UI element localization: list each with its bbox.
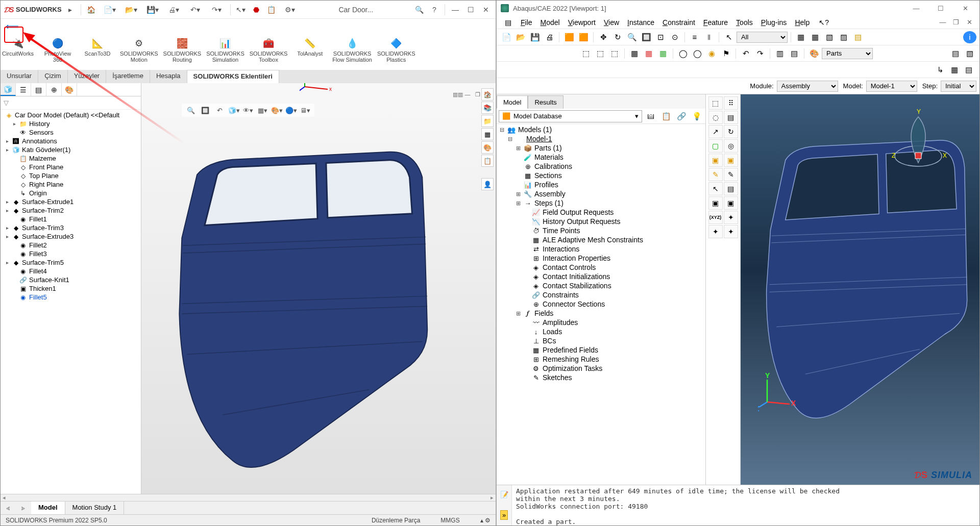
tree-fields[interactable]: ⊞𝒇Fields bbox=[497, 309, 705, 318]
tree-profiles[interactable]: 📊Profiles bbox=[497, 180, 705, 189]
ab-db1-icon[interactable]: 🟧 bbox=[562, 31, 576, 43]
ab-new-icon[interactable]: 📄 bbox=[500, 31, 513, 43]
tool-query-icon[interactable]: ↖ bbox=[708, 182, 723, 195]
tab-unsurlar[interactable]: Unsurlar bbox=[1, 70, 38, 83]
ab-orbit-icon[interactable]: ⊙ bbox=[668, 31, 681, 43]
menu-feature[interactable]: Feature bbox=[699, 17, 732, 28]
tool-axis1-icon[interactable]: ✦ bbox=[708, 225, 723, 238]
tree-models-1-[interactable]: ⊟👥Models (1) bbox=[497, 125, 705, 134]
addin-scanto3d[interactable]: 📐ScanTo3D bbox=[80, 36, 115, 70]
doc-restore-icon[interactable]: ❐ bbox=[473, 91, 482, 98]
search-icon[interactable]: 🔍 bbox=[412, 3, 426, 16]
tree-connector-sections[interactable]: ⊕Connector Sections bbox=[497, 299, 705, 309]
bt-arrow-left-icon[interactable]: ⪡ bbox=[1, 502, 16, 514]
ab-canvas[interactable]: Y Z X X Y Z 𝓓S SIMULIA bbox=[741, 94, 979, 485]
tab-solidworks eklentileri[interactable]: SOLIDWORKS Eklentileri bbox=[187, 70, 279, 83]
ab-tab-model[interactable]: Model bbox=[497, 95, 528, 109]
tool-edit1-icon[interactable]: ✎ bbox=[708, 168, 723, 181]
doc-minimize-icon[interactable]: — bbox=[463, 91, 472, 98]
menu-tools[interactable]: Tools bbox=[732, 17, 757, 28]
bottom-tab-model[interactable]: Model bbox=[31, 502, 65, 514]
ab-iso3-icon[interactable]: ⬚ bbox=[608, 47, 621, 60]
tool-edit2-icon[interactable]: ✎ bbox=[724, 168, 738, 181]
addin-photoview-360[interactable]: 🔵PhotoView360 bbox=[40, 36, 75, 70]
undo-icon[interactable]: ↶▾ bbox=[186, 3, 205, 16]
ft-tab-dimxpert[interactable]: ⊕ bbox=[46, 83, 62, 96]
feature-thicken1[interactable]: ▣Thicken1 bbox=[3, 284, 141, 293]
section-view-icon[interactable]: 🧊▾ bbox=[228, 105, 240, 116]
tree-bcs[interactable]: ⊥BCs bbox=[497, 336, 705, 345]
menu-model[interactable]: Model bbox=[536, 17, 564, 28]
step-combo[interactable]: Initial bbox=[941, 81, 976, 92]
ab-parts-combo[interactable]: Parts bbox=[822, 48, 873, 59]
tool-translate-icon[interactable]: ↗ bbox=[708, 125, 723, 138]
tool-datum1-icon[interactable]: ▣ bbox=[708, 196, 723, 210]
menu-view[interactable]: View bbox=[600, 17, 623, 28]
ab-mesh1-icon[interactable]: ▦ bbox=[628, 47, 641, 60]
minimize-icon[interactable]: — bbox=[449, 3, 462, 16]
tree-contact-initializations[interactable]: ◈Contact Initializations bbox=[497, 272, 705, 281]
help-icon[interactable]: ? bbox=[428, 3, 441, 16]
ab-minimize-icon[interactable]: — bbox=[906, 1, 926, 15]
ab-x2-icon[interactable]: ▦ bbox=[948, 64, 961, 76]
tool-instance-icon[interactable]: ⬚ bbox=[708, 96, 723, 110]
tree-materials[interactable]: 🧪Materials bbox=[497, 153, 705, 162]
prev-view-icon[interactable]: ↶ bbox=[213, 105, 226, 116]
ab-layer2-icon[interactable]: ▧ bbox=[963, 47, 976, 60]
tree-constraints[interactable]: 🔗Constraints bbox=[497, 290, 705, 299]
ab-m3-icon[interactable]: ▧ bbox=[823, 31, 836, 43]
tool-axis2-icon[interactable]: ✦ bbox=[724, 225, 738, 238]
tree-predefined-fields[interactable]: ▦Predefined Fields bbox=[497, 345, 705, 355]
ab-x1-icon[interactable]: ↳ bbox=[934, 64, 947, 76]
addin-solidworks-toolbox[interactable]: 🧰SOLIDWORKSToolbox bbox=[250, 36, 288, 70]
tool-xyz-icon[interactable]: (XYZ) bbox=[708, 211, 723, 224]
ab-color-icon[interactable]: 🎨 bbox=[807, 47, 821, 60]
db-bulb-icon[interactable]: 💡 bbox=[690, 110, 703, 122]
maximize-icon[interactable]: ☐ bbox=[464, 3, 477, 16]
scene-icon[interactable]: 🖥▾ bbox=[299, 105, 311, 116]
ab-m4-icon[interactable]: ▨ bbox=[837, 31, 850, 43]
redo-icon[interactable]: ↷▾ bbox=[207, 3, 227, 16]
ab-m1-icon[interactable]: ▦ bbox=[794, 31, 807, 43]
ab-fit-icon[interactable]: ⊡ bbox=[654, 31, 667, 43]
tp-custom-props-icon[interactable]: 📋 bbox=[481, 155, 494, 167]
ab-mdi-minimize-icon[interactable]: — bbox=[937, 17, 949, 28]
ab-open-icon[interactable]: 📂 bbox=[514, 31, 527, 43]
tool-datum2-icon[interactable]: ▣ bbox=[724, 196, 738, 210]
menu-viewport[interactable]: Viewport bbox=[564, 17, 600, 28]
feature-fillet3[interactable]: ◉Fillet3 bbox=[3, 249, 141, 258]
close-icon[interactable]: ✕ bbox=[479, 3, 493, 16]
console-note-icon[interactable]: 📝 bbox=[500, 491, 508, 498]
ft-tab-display[interactable]: 🎨 bbox=[62, 83, 77, 96]
ab-mdi-restore-icon[interactable]: ❐ bbox=[950, 17, 962, 28]
bottom-tab-motion[interactable]: Motion Study 1 bbox=[65, 502, 125, 514]
sw-expand-icon[interactable]: ▸ bbox=[64, 3, 77, 16]
ab-zoom-icon[interactable]: 🔍 bbox=[625, 31, 639, 43]
ab-c1-icon[interactable]: ◯ bbox=[676, 47, 690, 60]
feature-tree-root[interactable]: ◈ Car Door Model (Default) <<Default bbox=[3, 111, 141, 119]
ab-maximize-icon[interactable]: ☐ bbox=[930, 1, 951, 15]
scroll-left-icon[interactable]: ◂ bbox=[1, 494, 6, 501]
tab-hesapla[interactable]: Hesapla bbox=[150, 70, 187, 83]
ft-tab-config[interactable]: ▤ bbox=[31, 83, 46, 96]
addin-tolanalyst[interactable]: 📏TolAnalyst bbox=[292, 36, 327, 70]
feature-malzeme-belirli-de-il-[interactable]: 📋Malzeme bbox=[3, 154, 141, 163]
tree-assembly[interactable]: ⊞🔧Assembly bbox=[497, 189, 705, 198]
ab-tab-results[interactable]: Results bbox=[528, 95, 563, 109]
tp-appearances-icon[interactable]: 🎨 bbox=[481, 141, 494, 154]
tree-amplitudes[interactable]: 〰Amplitudes bbox=[497, 318, 705, 327]
ft-filter-row[interactable]: ▽ bbox=[1, 96, 141, 110]
ab-m2-icon[interactable]: ▦ bbox=[808, 31, 822, 43]
ab-select-filter[interactable]: All bbox=[737, 32, 788, 43]
tree-optimization-tasks[interactable]: ⚙Optimization Tasks bbox=[497, 364, 705, 373]
feature-kat-g-vdeler-1-[interactable]: ▸🧊Katı Gövdeler(1) bbox=[3, 145, 141, 154]
feature-surface-knit1[interactable]: 🔗Surface-Knit1 bbox=[3, 275, 141, 284]
db-link-icon[interactable]: 🔗 bbox=[675, 110, 688, 122]
tool-merge1-icon[interactable]: ▣ bbox=[708, 154, 723, 167]
tool-rotate-icon[interactable]: ↻ bbox=[724, 125, 738, 138]
tree-interaction-properties[interactable]: ⊞Interaction Properties bbox=[497, 254, 705, 263]
ab-save-icon[interactable]: 💾 bbox=[528, 31, 542, 43]
tab-çizim[interactable]: Çizim bbox=[38, 70, 68, 83]
feature-surface-extrude1[interactable]: ▸◆Surface-Extrude1 bbox=[3, 197, 141, 206]
bt-arrow-right-icon[interactable]: ⪢ bbox=[16, 502, 31, 514]
